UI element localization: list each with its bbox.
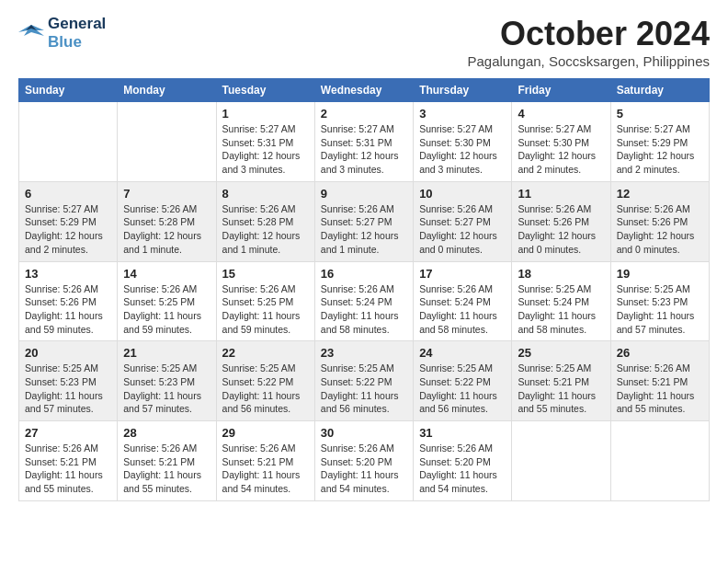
- day-number: 25: [518, 346, 604, 360]
- day-number: 26: [617, 346, 703, 360]
- day-number: 21: [123, 346, 210, 360]
- calendar-cell: [118, 102, 216, 182]
- calendar-cell: 25Sunrise: 5:25 AM Sunset: 5:21 PM Dayli…: [512, 341, 610, 421]
- day-number: 7: [123, 187, 210, 201]
- location-subtitle: Pagalungan, Soccsksargen, Philippines: [467, 53, 710, 69]
- header: General Blue October 2024 Pagalungan, So…: [18, 15, 710, 69]
- day-number: 24: [419, 346, 506, 360]
- day-number: 13: [25, 267, 111, 281]
- day-number: 6: [25, 187, 111, 201]
- day-number: 3: [419, 107, 506, 121]
- day-number: 2: [321, 107, 407, 121]
- calendar-cell: [512, 421, 610, 501]
- weekday-header-tuesday: Tuesday: [216, 79, 314, 102]
- calendar-cell: 27Sunrise: 5:26 AM Sunset: 5:21 PM Dayli…: [19, 421, 118, 501]
- day-number: 9: [321, 187, 407, 201]
- week-row-4: 20Sunrise: 5:25 AM Sunset: 5:23 PM Dayli…: [19, 341, 710, 421]
- calendar-cell: 24Sunrise: 5:25 AM Sunset: 5:22 PM Dayli…: [414, 341, 512, 421]
- day-info: Sunrise: 5:26 AM Sunset: 5:26 PM Dayligh…: [25, 282, 111, 337]
- day-info: Sunrise: 5:26 AM Sunset: 5:21 PM Dayligh…: [25, 442, 111, 496]
- calendar-cell: 22Sunrise: 5:25 AM Sunset: 5:22 PM Dayli…: [216, 341, 314, 421]
- day-info: Sunrise: 5:25 AM Sunset: 5:21 PM Dayligh…: [518, 362, 604, 416]
- day-info: Sunrise: 5:26 AM Sunset: 5:27 PM Dayligh…: [419, 202, 506, 257]
- calendar-cell: 20Sunrise: 5:25 AM Sunset: 5:23 PM Dayli…: [19, 341, 118, 421]
- day-info: Sunrise: 5:26 AM Sunset: 5:26 PM Dayligh…: [617, 202, 703, 257]
- day-number: 27: [25, 426, 111, 440]
- calendar-cell: 23Sunrise: 5:25 AM Sunset: 5:22 PM Dayli…: [314, 341, 413, 421]
- weekday-header-row: SundayMondayTuesdayWednesdayThursdayFrid…: [19, 79, 710, 102]
- day-info: Sunrise: 5:25 AM Sunset: 5:22 PM Dayligh…: [222, 362, 309, 416]
- day-number: 28: [123, 426, 210, 440]
- calendar-cell: 1Sunrise: 5:27 AM Sunset: 5:31 PM Daylig…: [216, 102, 314, 182]
- weekday-header-thursday: Thursday: [414, 79, 512, 102]
- calendar-cell: 19Sunrise: 5:25 AM Sunset: 5:23 PM Dayli…: [610, 261, 709, 341]
- day-number: 16: [321, 267, 407, 281]
- day-number: 22: [222, 346, 309, 360]
- day-info: Sunrise: 5:25 AM Sunset: 5:23 PM Dayligh…: [123, 362, 210, 416]
- day-info: Sunrise: 5:27 AM Sunset: 5:30 PM Dayligh…: [419, 122, 506, 177]
- calendar-cell: [610, 421, 709, 501]
- logo-icon: [18, 23, 44, 43]
- month-title: October 2024: [467, 15, 710, 53]
- day-number: 12: [617, 187, 703, 201]
- day-number: 19: [617, 267, 703, 281]
- calendar-cell: 7Sunrise: 5:26 AM Sunset: 5:28 PM Daylig…: [118, 181, 216, 261]
- day-number: 8: [222, 187, 309, 201]
- day-info: Sunrise: 5:25 AM Sunset: 5:23 PM Dayligh…: [25, 362, 111, 416]
- calendar-cell: [19, 102, 118, 182]
- weekday-header-monday: Monday: [118, 79, 216, 102]
- day-number: 14: [123, 267, 210, 281]
- day-number: 18: [518, 267, 604, 281]
- weekday-header-wednesday: Wednesday: [314, 79, 413, 102]
- weekday-header-sunday: Sunday: [19, 79, 118, 102]
- day-number: 23: [321, 346, 407, 360]
- day-info: Sunrise: 5:26 AM Sunset: 5:26 PM Dayligh…: [518, 202, 604, 257]
- calendar-cell: 28Sunrise: 5:26 AM Sunset: 5:21 PM Dayli…: [118, 421, 216, 501]
- calendar-cell: 15Sunrise: 5:26 AM Sunset: 5:25 PM Dayli…: [216, 261, 314, 341]
- calendar-cell: 30Sunrise: 5:26 AM Sunset: 5:20 PM Dayli…: [314, 421, 413, 501]
- day-info: Sunrise: 5:26 AM Sunset: 5:28 PM Dayligh…: [123, 202, 210, 257]
- week-row-5: 27Sunrise: 5:26 AM Sunset: 5:21 PM Dayli…: [19, 421, 710, 501]
- day-info: Sunrise: 5:25 AM Sunset: 5:24 PM Dayligh…: [518, 282, 604, 337]
- title-block: October 2024 Pagalungan, Soccsksargen, P…: [467, 15, 710, 69]
- week-row-3: 13Sunrise: 5:26 AM Sunset: 5:26 PM Dayli…: [19, 261, 710, 341]
- calendar-cell: 31Sunrise: 5:26 AM Sunset: 5:20 PM Dayli…: [414, 421, 512, 501]
- day-info: Sunrise: 5:26 AM Sunset: 5:20 PM Dayligh…: [321, 442, 407, 496]
- logo: General Blue: [18, 15, 106, 52]
- calendar-cell: 26Sunrise: 5:26 AM Sunset: 5:21 PM Dayli…: [610, 341, 709, 421]
- day-info: Sunrise: 5:26 AM Sunset: 5:20 PM Dayligh…: [419, 442, 506, 496]
- day-info: Sunrise: 5:27 AM Sunset: 5:29 PM Dayligh…: [617, 122, 703, 177]
- day-info: Sunrise: 5:26 AM Sunset: 5:24 PM Dayligh…: [321, 282, 407, 337]
- day-info: Sunrise: 5:26 AM Sunset: 5:25 PM Dayligh…: [222, 282, 309, 337]
- day-info: Sunrise: 5:26 AM Sunset: 5:28 PM Dayligh…: [222, 202, 309, 257]
- calendar-cell: 21Sunrise: 5:25 AM Sunset: 5:23 PM Dayli…: [118, 341, 216, 421]
- day-number: 31: [419, 426, 506, 440]
- calendar-cell: 14Sunrise: 5:26 AM Sunset: 5:25 PM Dayli…: [118, 261, 216, 341]
- day-info: Sunrise: 5:27 AM Sunset: 5:30 PM Dayligh…: [518, 122, 604, 177]
- day-info: Sunrise: 5:26 AM Sunset: 5:24 PM Dayligh…: [419, 282, 506, 337]
- logo-text: General Blue: [48, 15, 106, 52]
- calendar-cell: 9Sunrise: 5:26 AM Sunset: 5:27 PM Daylig…: [314, 181, 413, 261]
- day-number: 15: [222, 267, 309, 281]
- calendar-cell: 4Sunrise: 5:27 AM Sunset: 5:30 PM Daylig…: [512, 102, 610, 182]
- day-info: Sunrise: 5:26 AM Sunset: 5:21 PM Dayligh…: [123, 442, 210, 496]
- day-info: Sunrise: 5:25 AM Sunset: 5:23 PM Dayligh…: [617, 282, 703, 337]
- weekday-header-friday: Friday: [512, 79, 610, 102]
- day-number: 17: [419, 267, 506, 281]
- calendar-cell: 6Sunrise: 5:27 AM Sunset: 5:29 PM Daylig…: [19, 181, 118, 261]
- day-info: Sunrise: 5:26 AM Sunset: 5:21 PM Dayligh…: [222, 442, 309, 496]
- calendar-cell: 13Sunrise: 5:26 AM Sunset: 5:26 PM Dayli…: [19, 261, 118, 341]
- day-number: 4: [518, 107, 604, 121]
- day-info: Sunrise: 5:26 AM Sunset: 5:25 PM Dayligh…: [123, 282, 210, 337]
- calendar-cell: 29Sunrise: 5:26 AM Sunset: 5:21 PM Dayli…: [216, 421, 314, 501]
- weekday-header-saturday: Saturday: [610, 79, 709, 102]
- day-number: 30: [321, 426, 407, 440]
- day-number: 5: [617, 107, 703, 121]
- day-info: Sunrise: 5:27 AM Sunset: 5:31 PM Dayligh…: [321, 122, 407, 177]
- day-number: 11: [518, 187, 604, 201]
- day-info: Sunrise: 5:27 AM Sunset: 5:31 PM Dayligh…: [222, 122, 309, 177]
- calendar-table: SundayMondayTuesdayWednesdayThursdayFrid…: [18, 78, 710, 501]
- day-number: 10: [419, 187, 506, 201]
- day-info: Sunrise: 5:26 AM Sunset: 5:27 PM Dayligh…: [321, 202, 407, 257]
- calendar-cell: 16Sunrise: 5:26 AM Sunset: 5:24 PM Dayli…: [314, 261, 413, 341]
